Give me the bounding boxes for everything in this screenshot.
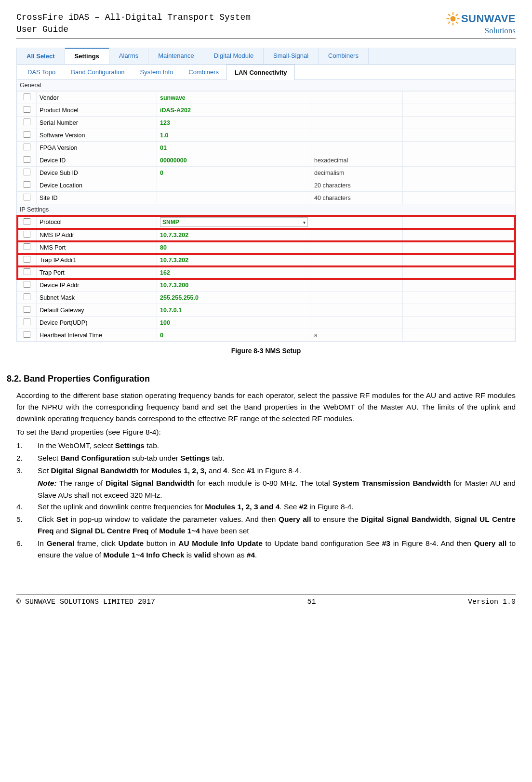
row-label: Device ID: [37, 154, 157, 167]
tab-settings[interactable]: Settings: [65, 48, 109, 64]
row-unit: [311, 142, 403, 154]
row-value[interactable]: 255.255.255.0: [157, 292, 311, 304]
subtab-system-info[interactable]: System Info: [133, 65, 181, 80]
row-unit: [311, 92, 403, 104]
checkbox[interactable]: [24, 331, 30, 338]
checkbox[interactable]: [24, 256, 30, 263]
checkbox[interactable]: [24, 156, 30, 163]
row-value[interactable]: 01: [157, 142, 311, 154]
checkbox[interactable]: [24, 194, 30, 200]
tab-small-signal[interactable]: Small-Signal: [264, 48, 319, 64]
row-unit: s: [311, 329, 403, 342]
row-value[interactable]: 162: [157, 266, 311, 279]
main-tabs: All Select Settings Alarms Maintenance D…: [17, 48, 515, 65]
row-value[interactable]: 10.7.3.202: [157, 254, 311, 266]
row-value[interactable]: 10.7.0.1: [157, 304, 311, 317]
row-value[interactable]: [157, 192, 311, 204]
section-heading: 8.2. Band Properties Configuration: [7, 374, 516, 384]
row-value[interactable]: 80: [157, 241, 311, 254]
table-row: Trap IP Addr110.7.3.202: [17, 254, 515, 266]
row-label: Device Location: [37, 179, 157, 192]
row-label: Protocol: [37, 216, 157, 229]
row-value[interactable]: [157, 179, 311, 192]
table-row: Site ID40 characters: [17, 192, 515, 204]
row-label: Device Sub ID: [37, 167, 157, 179]
table-row: Serial Number123: [17, 117, 515, 129]
logo-sub: Solutions: [446, 26, 516, 36]
checkbox[interactable]: [24, 318, 30, 325]
tab-digital-module[interactable]: Digital Module: [204, 48, 264, 64]
footer-right: Version 1.0: [468, 598, 516, 606]
row-label: Heartbeat Interval Time: [37, 329, 157, 342]
checkbox[interactable]: [24, 131, 30, 138]
table-row: Device ID00000000hexadecimal: [17, 154, 515, 167]
row-unit: 40 characters: [311, 192, 403, 204]
step-4: 4. Set the uplink and downlink centre fr…: [16, 501, 516, 513]
subtab-band-config[interactable]: Band Configuration: [63, 65, 132, 80]
step-5: 5. Click Set in pop-up window to validat…: [16, 514, 516, 537]
table-row: Device Location20 characters: [17, 179, 515, 192]
checkbox[interactable]: [24, 93, 30, 100]
section-ip-settings: IP Settings: [17, 204, 515, 215]
steps-list: 1. In the WebOMT, select Settings tab. 2…: [16, 440, 516, 560]
row-label: Site ID: [37, 192, 157, 204]
row-value[interactable]: 0: [157, 167, 311, 179]
row-value[interactable]: 100: [157, 317, 311, 329]
checkbox[interactable]: [24, 218, 30, 225]
checkbox[interactable]: [24, 106, 30, 113]
row-unit: [311, 317, 403, 329]
footer-page: 51: [307, 598, 316, 606]
row-value[interactable]: sunwave: [157, 92, 311, 104]
checkbox[interactable]: [24, 293, 30, 300]
checkbox[interactable]: [24, 144, 30, 150]
sun-icon: [446, 12, 460, 26]
row-value[interactable]: 0: [157, 329, 311, 342]
checkbox[interactable]: [24, 119, 30, 125]
step-3: 3. Set Digital Signal Bandwidth for Modu…: [16, 465, 516, 477]
tab-all-select[interactable]: All Select: [17, 48, 65, 64]
row-value[interactable]: SNMP▾: [157, 216, 311, 229]
row-unit: [311, 117, 403, 129]
checkbox[interactable]: [24, 268, 30, 275]
doc-header: CrossFire iDAS – All-Digital Transport S…: [16, 12, 516, 39]
tab-alarms[interactable]: Alarms: [109, 48, 148, 64]
row-unit: [311, 229, 403, 241]
subtab-combiners[interactable]: Combiners: [181, 65, 226, 80]
checkbox[interactable]: [24, 181, 30, 188]
protocol-dropdown[interactable]: SNMP▾: [160, 217, 308, 227]
row-unit: [311, 304, 403, 317]
row-label: FPGA Version: [37, 142, 157, 154]
checkbox[interactable]: [24, 306, 30, 313]
checkbox[interactable]: [24, 231, 30, 238]
subtab-das-topo[interactable]: DAS Topo: [20, 65, 63, 80]
table-row: ProtocolSNMP▾: [17, 216, 515, 229]
table-row: Default Gateway10.7.0.1: [17, 304, 515, 317]
general-table: VendorsunwaveProduct ModeliDAS-A202Seria…: [17, 91, 515, 204]
footer-left: © SUNWAVE SOLUTIONS LIMITED 2017: [16, 598, 155, 606]
logo: SUNWAVE Solutions: [446, 12, 516, 36]
row-value[interactable]: 10.7.3.200: [157, 279, 311, 292]
row-value[interactable]: 00000000: [157, 154, 311, 167]
figure-caption: Figure 8-3 NMS Setup: [16, 347, 516, 355]
doc-subtitle: User Guide: [16, 24, 251, 36]
checkbox[interactable]: [24, 243, 30, 250]
subtab-lan-connectivity[interactable]: LAN Connectivity: [226, 65, 295, 80]
doc-footer: © SUNWAVE SOLUTIONS LIMITED 2017 51 Vers…: [16, 595, 516, 606]
row-value[interactable]: 123: [157, 117, 311, 129]
step-6: 6. In General frame, click Update button…: [16, 538, 516, 561]
tab-maintenance[interactable]: Maintenance: [148, 48, 204, 64]
row-label: Trap IP Addr1: [37, 254, 157, 266]
row-value[interactable]: 1.0: [157, 129, 311, 142]
row-value[interactable]: 10.7.3.202: [157, 229, 311, 241]
checkbox[interactable]: [24, 169, 30, 175]
doc-title: CrossFire iDAS – All-Digital Transport S…: [16, 12, 251, 24]
row-label: Device Port(UDP): [37, 317, 157, 329]
row-unit: [311, 292, 403, 304]
row-unit: [311, 254, 403, 266]
row-unit: [311, 216, 403, 229]
checkbox[interactable]: [24, 281, 30, 288]
section-general: General: [17, 80, 515, 91]
tab-combiners[interactable]: Combiners: [319, 48, 369, 64]
row-value[interactable]: iDAS-A202: [157, 104, 311, 117]
row-label: Software Version: [37, 129, 157, 142]
